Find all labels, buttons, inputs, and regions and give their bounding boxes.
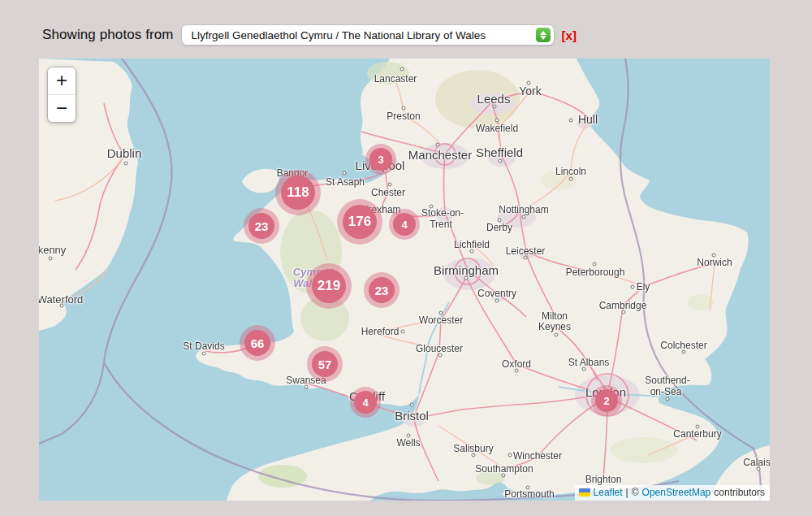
leaflet-map[interactable]: DublinkennyWaterfordLancasterPrestonLeed… (39, 59, 770, 501)
copyright-symbol: © (632, 487, 639, 498)
zoom-out-button[interactable]: − (48, 94, 76, 122)
cluster-count: 66 (244, 330, 270, 356)
cluster-count: 118 (281, 176, 315, 210)
photo-source-select-value: Llyfrgell Genedlaethol Cymru / The Natio… (192, 29, 486, 41)
photo-cluster-marker[interactable]: 219 (306, 263, 352, 309)
cluster-count: 3 (369, 148, 392, 171)
openstreetmap-link[interactable]: OpenStreetMap (642, 487, 711, 498)
attribution-suffix: contributors (714, 487, 765, 498)
attribution-bar: Leaflet | © OpenStreetMap contributors (575, 485, 770, 501)
header-label: Showing photos from (42, 27, 174, 43)
cluster-count: 4 (393, 213, 416, 236)
zoom-control: + − (47, 67, 76, 123)
photo-cluster-marker[interactable]: 23 (364, 272, 400, 308)
select-stepper-icon (536, 28, 551, 42)
photo-cluster-marker[interactable]: 66 (240, 325, 275, 361)
clear-filter-button[interactable]: [x] (562, 28, 577, 42)
attribution-divider: | (626, 487, 628, 498)
header-bar: Showing photos from Llyfrgell Genedlaeth… (42, 23, 796, 47)
photo-cluster-marker[interactable]: 176 (337, 199, 382, 245)
photo-cluster-marker[interactable]: 118 (275, 170, 321, 215)
cluster-count: 23 (248, 213, 274, 239)
photo-cluster-marker[interactable]: 4 (389, 209, 420, 240)
photo-source-select[interactable]: Llyfrgell Genedlaethol Cymru / The Natio… (181, 24, 555, 46)
photo-cluster-marker[interactable]: 2 (591, 385, 622, 416)
photo-cluster-marker[interactable]: 23 (244, 208, 279, 244)
zoom-in-button[interactable]: + (48, 67, 76, 94)
photo-cluster-marker[interactable]: 4 (350, 387, 381, 418)
ukraine-flag-icon (579, 488, 590, 496)
cluster-count: 4 (354, 391, 377, 414)
leaflet-link[interactable]: Leaflet (594, 487, 623, 498)
cluster-count: 23 (369, 277, 395, 303)
cluster-count: 2 (595, 389, 618, 412)
cluster-layer: 311823176421923665742 (39, 59, 770, 501)
cluster-count: 57 (312, 351, 338, 377)
cluster-count: 176 (343, 205, 377, 239)
photo-cluster-marker[interactable]: 57 (307, 346, 343, 382)
photo-cluster-marker[interactable]: 3 (365, 144, 396, 175)
cluster-count: 219 (312, 269, 346, 303)
